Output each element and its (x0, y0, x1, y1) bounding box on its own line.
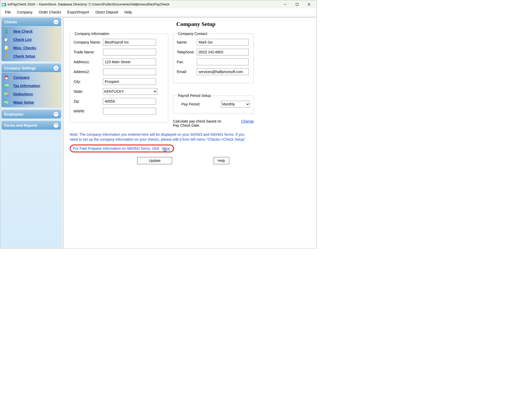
panel-title: Company Settings (4, 66, 36, 70)
sidebar-item-deductions[interactable]: Deductions (2, 90, 60, 98)
input-zip[interactable] (103, 98, 156, 105)
menubar: File Company Order Checks Export/Import … (0, 8, 317, 16)
select-state[interactable]: KENTUCKY (103, 88, 157, 95)
input-telephone[interactable] (197, 49, 249, 55)
legend-company-contact: Company Contact: (177, 32, 209, 36)
titlebar: ezPayCheck 2024 -- KarenStore, Database … (0, 0, 317, 8)
input-address1[interactable] (103, 59, 156, 65)
panel-checks: Checks ︽ $ New Check Check List (1, 17, 61, 61)
label-address2: Address2: (74, 70, 103, 74)
label-zip: Zip: (74, 99, 103, 103)
content-wrap: Company Setup Company Information Compan… (62, 16, 317, 248)
update-button[interactable]: Update (137, 157, 172, 164)
label-city: City: (74, 80, 103, 84)
note-text: Note: The company information you entere… (70, 132, 251, 142)
window-buttons (279, 0, 315, 8)
expand-icon: ︾ (54, 112, 58, 117)
sidebar-item-label: Deductions (13, 92, 33, 96)
svg-rect-1 (2, 4, 3, 6)
menu-file[interactable]: File (2, 9, 14, 15)
sidebar-item-label: Misc. Checks (13, 46, 36, 50)
sidebar-item-label: New Check (13, 29, 33, 33)
panel-header-company-settings[interactable]: Company Settings ︽ (2, 64, 61, 72)
window-title: ezPayCheck 2024 -- KarenStore, Database … (8, 2, 279, 6)
sidebar-item-label: Company (13, 75, 30, 80)
menu-direct-deposit[interactable]: Direct Deposit (92, 9, 121, 15)
change-link[interactable]: Change (241, 119, 254, 123)
label-fax: Fax: (177, 60, 197, 64)
cursor-icon (163, 148, 167, 154)
svg-rect-17 (7, 95, 9, 95)
sidebar-item-new-check[interactable]: $ New Check (2, 27, 60, 35)
panel-title: Checks (4, 20, 17, 24)
legend-payroll-period: Payroll Period Setup (177, 94, 212, 98)
sidebar-item-tax-information[interactable]: Tax Information (2, 82, 60, 90)
sidebar-item-check-setup[interactable]: Check Setup (2, 52, 60, 60)
label-email: Email: (177, 70, 197, 74)
input-address2[interactable] (103, 68, 156, 75)
content: Company Setup Company Information Compan… (63, 17, 317, 248)
sidebar-item-wage-setup[interactable]: Wage Setup (2, 98, 60, 106)
menu-company[interactable]: Company (14, 9, 36, 15)
panel-company-settings: Company Settings ︽ Company Tax In (1, 63, 61, 108)
label-pay-period: Pay Period: (181, 102, 200, 106)
sidebar-item-misc-checks[interactable]: Misc. Checks (2, 44, 60, 52)
svg-rect-8 (4, 38, 7, 41)
select-pay-period[interactable]: Monthly (221, 101, 250, 108)
page-icon (4, 45, 9, 51)
sidebar-item-label: Check List (13, 38, 32, 42)
svg-marker-12 (4, 75, 9, 77)
fieldset-company-info: Company Information Company Name: Trade … (70, 32, 168, 123)
app-icon (2, 3, 6, 6)
label-www: WWW: (74, 109, 103, 113)
legend-company-info: Company Information (74, 32, 110, 36)
calc-text: Calculate pay check based on Pay Check D… (173, 119, 227, 127)
wrench-icon (4, 54, 9, 59)
input-trade-name[interactable] (103, 49, 156, 55)
input-email[interactable] (197, 68, 249, 75)
cash-minus-icon (4, 91, 9, 97)
sidebar-item-label: Check Setup (13, 54, 35, 58)
copy-icon (4, 37, 9, 42)
collapse-icon: ︽ (54, 66, 58, 70)
menu-order-checks[interactable]: Order Checks (36, 9, 64, 15)
sidebar: Checks ︽ $ New Check Check List (0, 16, 62, 248)
preparer-highlight: For Paid Preparer information on 940/941… (70, 145, 174, 152)
maximize-button[interactable] (291, 0, 303, 8)
minimize-button[interactable] (279, 0, 291, 8)
input-city[interactable] (103, 78, 156, 85)
label-trade-name: Trade Name: (74, 50, 103, 54)
menu-help[interactable]: Help (121, 9, 135, 15)
dollar-icon: $ (4, 29, 9, 34)
svg-rect-14 (4, 84, 9, 87)
close-button[interactable] (303, 0, 315, 8)
home-icon (4, 75, 9, 80)
label-state: State: (74, 89, 103, 94)
menu-export-import[interactable]: Export/Import (64, 9, 92, 15)
panel-header-employees[interactable]: Employees ︾ (2, 110, 61, 118)
label-telephone: Telephone: (177, 50, 197, 54)
sidebar-item-label: Wage Setup (13, 100, 34, 104)
fieldset-payroll-period: Payroll Period Setup Pay Period: Monthly (173, 94, 254, 113)
sidebar-item-company[interactable]: Company (2, 73, 60, 82)
input-www[interactable] (103, 108, 156, 115)
svg-rect-21 (8, 103, 8, 104)
page-title: Company Setup (70, 21, 317, 27)
collapse-icon: ︽ (54, 20, 58, 24)
preparer-text: For Paid Preparer information on 940/941… (73, 146, 159, 151)
input-contact-name[interactable] (197, 39, 249, 46)
app-window: ezPayCheck 2024 -- KarenStore, Database … (0, 0, 317, 248)
sidebar-item-check-list[interactable]: Check List (2, 35, 60, 44)
input-company-name[interactable] (103, 39, 156, 46)
label-address1: Address1: (74, 60, 103, 64)
input-fax[interactable] (197, 59, 249, 65)
help-button[interactable]: Help (214, 157, 229, 164)
svg-rect-2 (4, 4, 5, 6)
panel-header-checks[interactable]: Checks ︽ (2, 18, 61, 26)
label-contact-name: Name: (177, 40, 197, 44)
panel-employees: Employees ︾ (1, 110, 61, 119)
fieldset-company-contact: Company Contact: Name: Telephone: Fax: E… (173, 32, 254, 83)
panel-header-forms-reports[interactable]: Forms and Reports ︾ (2, 121, 61, 130)
svg-rect-4 (296, 3, 298, 5)
panel-title: Employees (4, 112, 23, 116)
